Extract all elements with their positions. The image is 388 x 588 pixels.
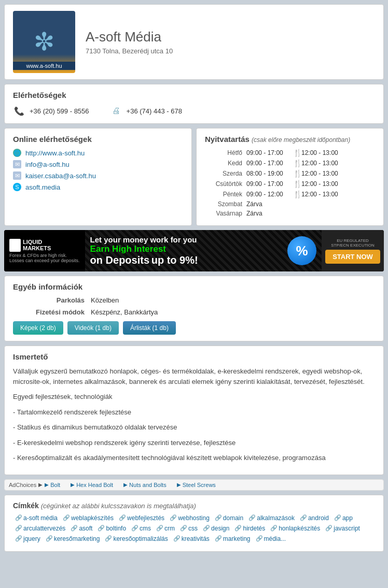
- hours-row: Hétfő 09:00 - 17:00 🍴 12:00 - 13:00: [205, 149, 375, 157]
- tag-link-icon: 🔗: [325, 525, 332, 532]
- tag-item[interactable]: 🔗média...: [254, 535, 288, 543]
- tag-item[interactable]: 🔗app: [332, 514, 355, 522]
- adchoices-arrow-icon: ▶: [123, 482, 128, 487]
- ad-start-button[interactable]: START NOW: [325, 250, 380, 264]
- phone-number: +36 (20) 599 - 8556: [30, 107, 89, 115]
- email2-link[interactable]: ✉ kaiser.csaba@a-soft.hu: [13, 171, 183, 180]
- tag-link-icon: 🔗: [15, 535, 22, 542]
- skype-icon: S: [13, 183, 21, 191]
- hours-open: 09:00 - 17:00: [246, 160, 293, 167]
- ad-right-panel: EU REGULATED STP/ECN EXECUTION START NOW: [322, 230, 384, 271]
- company-address: 7130 Tolna, Bezerédj utca 10: [86, 47, 173, 55]
- hours-row: Csütörtök 09:00 - 17:00 🍴 12:00 - 13:00: [205, 180, 375, 188]
- hours-lunch: 12:00 - 13:00: [301, 149, 338, 156]
- contact-card: Elérhetőségek 📞 +36 (20) 599 - 8556 🖨 +3…: [4, 84, 384, 124]
- phone-row: 📞 +36 (20) 599 - 8556 🖨 +36 (74) 443 - 6…: [13, 105, 375, 117]
- tag-item[interactable]: 🔗a-soft média: [13, 514, 60, 522]
- parking-value: Közelben: [91, 296, 119, 304]
- email1-link[interactable]: ✉ info@a-soft.hu: [13, 160, 183, 168]
- tag-item[interactable]: 🔗keresőmarketing: [44, 535, 102, 543]
- ad-brand-text: LIQUID MARKETS: [23, 239, 51, 251]
- tag-item[interactable]: 🔗cms: [129, 524, 153, 533]
- tag-link-icon: 🔗: [71, 525, 78, 532]
- hours-table: Hétfő 09:00 - 17:00 🍴 12:00 - 13:00 Kedd…: [205, 149, 375, 217]
- tag-link-icon: 🔗: [270, 525, 278, 532]
- fax-number: +36 (74) 443 - 678: [127, 107, 182, 115]
- tag-item[interactable]: 🔗alkalmazások: [246, 514, 297, 522]
- payment-label: Fizetési módok: [13, 308, 91, 316]
- tag-item[interactable]: 🔗crm: [154, 524, 177, 533]
- tag-link-icon: 🔗: [46, 535, 53, 542]
- tag-item[interactable]: 🔗marketing: [213, 535, 253, 543]
- tag-link-icon: 🔗: [215, 535, 222, 542]
- tag-item[interactable]: 🔗boltinfo: [95, 524, 128, 533]
- tag-item[interactable]: 🔗design: [201, 524, 231, 533]
- hours-open: 08:00 - 19:00: [246, 170, 293, 177]
- online-card: Online elérhetőségek 🌐 http://www.a-soft…: [4, 128, 192, 226]
- tag-item[interactable]: 🔗keresőoptimalizálás: [103, 535, 170, 543]
- hours-day: Szombat: [205, 200, 246, 208]
- adchoices-link[interactable]: ▶ Steel Screws: [177, 482, 216, 488]
- tag-link-icon: 🔗: [300, 514, 307, 521]
- hours-lunch: 12:00 - 13:00: [301, 170, 338, 177]
- tag-link-icon: 🔗: [203, 525, 210, 532]
- info-button-2[interactable]: Árlisták (1 db): [123, 321, 176, 335]
- tag-link-icon: 🔗: [98, 525, 105, 532]
- hours-card: Nyitvatartás (csak előre megbeszélt időp…: [196, 128, 384, 226]
- hours-day: Vasárnap: [205, 210, 246, 217]
- tag-link-icon: 🔗: [119, 514, 126, 521]
- tag-link-icon: 🔗: [234, 525, 242, 532]
- tag-link-icon: 🔗: [156, 525, 163, 532]
- hours-open: 09:00 - 17:00: [246, 149, 293, 156]
- adchoices-arrow-icon: ▶: [177, 482, 181, 487]
- tag-item[interactable]: 🔗honlapkészítés: [268, 524, 322, 533]
- adchoices-arrow-icon: ▶: [45, 482, 49, 487]
- tag-item[interactable]: 🔗kreativitás: [171, 535, 212, 543]
- adchoices-link[interactable]: ▶ Bolt: [45, 482, 60, 488]
- hours-day: Péntek: [205, 191, 246, 198]
- ad-markets-text: MARKETS: [23, 245, 51, 251]
- info-button-1[interactable]: Videók (1 db): [67, 321, 119, 335]
- tag-item[interactable]: 🔗domain: [213, 514, 245, 522]
- hours-row: VasárnapZárva: [205, 210, 375, 217]
- tag-item[interactable]: 🔗android: [298, 514, 331, 522]
- parking-label: Parkolás: [13, 296, 91, 304]
- ad-logo-box: D: [9, 239, 21, 252]
- cutlery-icon: 🍴: [293, 159, 301, 167]
- cutlery-icon: 🍴: [293, 169, 301, 178]
- ad-banner: D LIQUID MARKETS Forex & CFDs are high r…: [4, 230, 384, 271]
- globe-icon: 🌐: [13, 149, 21, 157]
- tag-link-icon: 🔗: [105, 535, 112, 542]
- tag-item[interactable]: 🔗webhosting: [168, 514, 212, 522]
- hours-day: Hétfő: [205, 149, 246, 156]
- adchoices-label: AdChoices: [9, 482, 36, 488]
- tag-item[interactable]: 🔗jquery: [13, 535, 43, 543]
- ad-disclaimer: Forex & CFDs are high risk.Losses can ex…: [9, 253, 80, 263]
- ad-logo-d: D: [12, 240, 18, 250]
- other-info-card: Egyéb információk Parkolás Közelben Fize…: [4, 276, 384, 341]
- tag-item[interactable]: 🔗webfejlesztés: [117, 514, 167, 522]
- adchoices-link[interactable]: ▶ Hex Head Bolt: [71, 482, 113, 488]
- tags-subtitle: (cégünket az alábbi kulcsszavakon is meg…: [41, 502, 196, 510]
- info-button-0[interactable]: Képek (2 db): [13, 321, 63, 335]
- description-intro: Vállaljuk egyszerű bemutatkozó honlapok,…: [13, 366, 375, 386]
- tag-item[interactable]: 🔗weblapkészítés: [61, 514, 116, 522]
- hours-row: Szerda 08:00 - 19:00 🍴 12:00 - 13:00: [205, 169, 375, 178]
- tag-link-icon: 🔗: [215, 514, 222, 521]
- website-link[interactable]: 🌐 http://www.a-soft.hu: [13, 149, 183, 157]
- tag-link-icon: 🔗: [334, 514, 341, 521]
- adchoices-link[interactable]: ▶ Nuts and Bolts: [123, 482, 167, 488]
- hours-open: 09:00 - 17:00: [246, 180, 293, 188]
- ad-middle: Let your money work for you Earn High In…: [85, 230, 322, 271]
- tag-item[interactable]: 🔗asoft: [68, 524, 94, 533]
- skype-link[interactable]: S asoft.media: [13, 183, 183, 191]
- tag-item[interactable]: 🔗hirdetés: [232, 524, 267, 533]
- tag-item[interactable]: 🔗css: [178, 524, 200, 533]
- tag-item[interactable]: 🔗javascript: [323, 524, 362, 533]
- services-list: - Tartalomkezelő rendszerek fejlesztése-…: [13, 407, 375, 463]
- hours-row: SzombatZárva: [205, 200, 375, 208]
- ad-percent-circle: %: [287, 236, 316, 265]
- tag-item[interactable]: 🔗arculattervezés: [13, 524, 67, 533]
- company-logo: ✼ www.a-soft.hu: [13, 11, 75, 73]
- cutlery-icon: 🍴: [293, 180, 301, 188]
